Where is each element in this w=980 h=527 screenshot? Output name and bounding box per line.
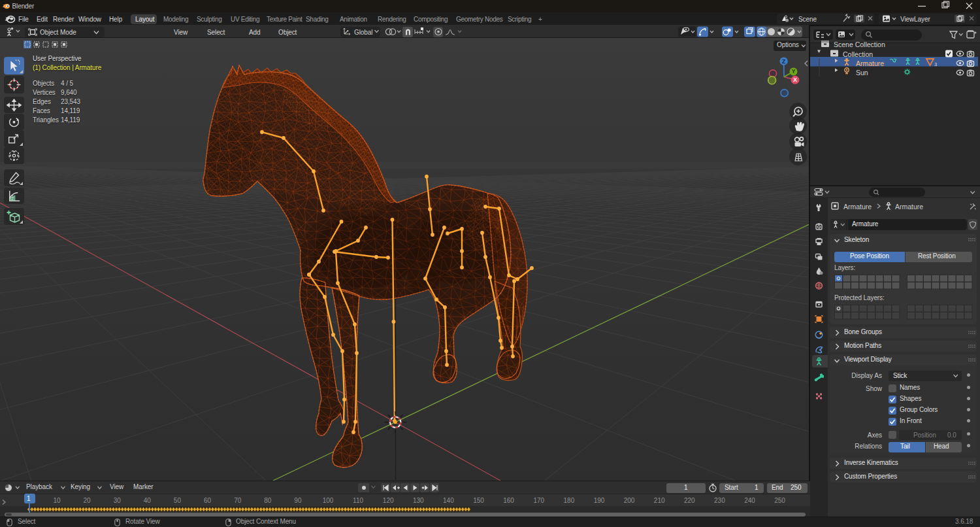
svg-text:Armature: Armature [843, 203, 872, 211]
svg-text:Y: Y [792, 68, 796, 75]
svg-text:170: 170 [533, 497, 544, 504]
svg-text:X: X [793, 76, 797, 83]
svg-text:240: 240 [744, 497, 755, 504]
svg-text:190: 190 [594, 497, 605, 504]
svg-text:210: 210 [654, 497, 665, 504]
svg-text:10: 10 [53, 497, 61, 504]
svg-text:3: 3 [934, 61, 937, 67]
svg-text:130: 130 [413, 497, 424, 504]
svg-text:Armature: Armature [895, 203, 923, 211]
svg-text:250: 250 [774, 497, 785, 504]
svg-text:120: 120 [383, 497, 394, 504]
svg-text:150: 150 [473, 497, 484, 504]
svg-text:90: 90 [294, 497, 302, 504]
svg-text:Collection: Collection [843, 50, 873, 58]
svg-text:220: 220 [684, 497, 695, 504]
svg-text:30: 30 [114, 497, 122, 504]
svg-text:110: 110 [353, 497, 363, 504]
svg-text:Scene Collection: Scene Collection [834, 41, 885, 48]
svg-text:140: 140 [443, 497, 454, 504]
svg-text:Z: Z [782, 58, 785, 65]
svg-text:70: 70 [234, 497, 242, 504]
svg-text:100: 100 [323, 497, 334, 504]
svg-text:230: 230 [714, 497, 725, 504]
svg-text:Sun: Sun [856, 69, 868, 76]
svg-text:200: 200 [624, 497, 635, 504]
svg-text:40: 40 [144, 497, 152, 504]
svg-text:80: 80 [264, 497, 272, 504]
svg-text:160: 160 [503, 497, 514, 504]
svg-text:60: 60 [204, 497, 212, 504]
svg-text:180: 180 [564, 497, 575, 504]
svg-text:20: 20 [84, 497, 91, 504]
svg-text:Armature: Armature [856, 60, 884, 67]
svg-text:50: 50 [174, 497, 182, 504]
